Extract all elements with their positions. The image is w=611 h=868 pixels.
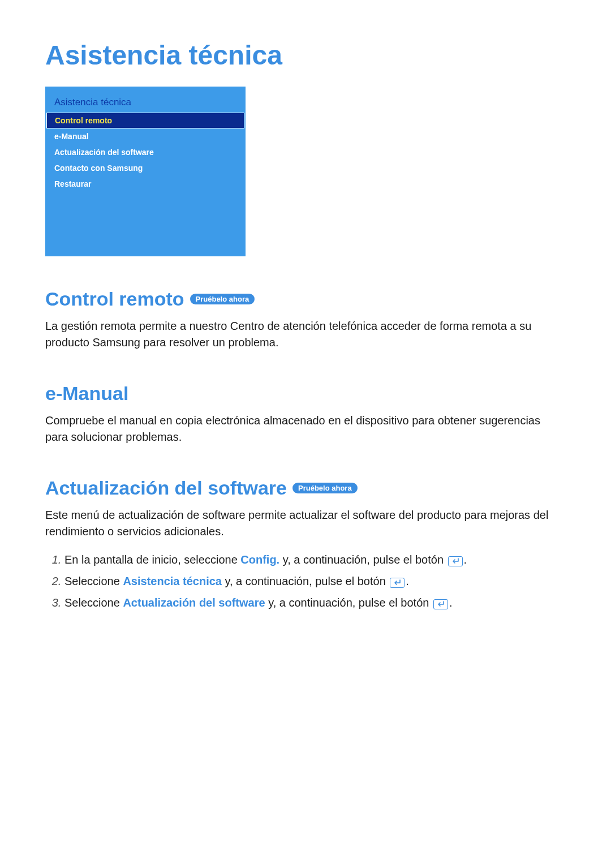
heading-actualizacion-software: Actualización del software Pruébelo ahor…: [45, 477, 358, 499]
menu-item-actualizacion-software[interactable]: Actualización del software: [45, 144, 246, 160]
step-text: y, a continuación, pulse el botón: [222, 575, 389, 587]
keyword-actualizacion-software: Actualización del software: [123, 596, 265, 609]
step-text: Seleccione: [64, 596, 123, 609]
keyword-config: Config.: [240, 553, 279, 566]
menu-item-restaurar[interactable]: Restaurar: [45, 176, 246, 192]
menu-item-e-manual[interactable]: e-Manual: [45, 128, 246, 144]
heading-text: Actualización del software: [45, 477, 287, 499]
step-text: y, a continuación, pulse el botón: [279, 553, 446, 566]
support-menu-panel: Asistencia técnica Control remoto e-Manu…: [45, 87, 246, 256]
section-control-remoto: Control remoto Pruébelo ahora La gestión…: [45, 288, 566, 351]
step-text: Seleccione: [64, 575, 123, 587]
step-2: Seleccione Asistencia técnica y, a conti…: [64, 570, 566, 592]
body-actualizacion-software: Este menú de actualización de software p…: [45, 507, 566, 540]
enter-icon: [448, 556, 463, 566]
heading-control-remoto: Control remoto Pruébelo ahora: [45, 288, 255, 310]
page-title: Asistencia técnica: [45, 40, 566, 71]
heading-e-manual: e-Manual: [45, 383, 128, 405]
step-text: En la pantalla de inicio, seleccione: [64, 553, 240, 566]
enter-icon: [390, 578, 405, 588]
enter-icon: [433, 599, 448, 609]
try-now-badge[interactable]: Pruébelo ahora: [190, 294, 255, 304]
heading-text: Control remoto: [45, 288, 184, 310]
step-1: En la pantalla de inicio, seleccione Con…: [64, 549, 566, 570]
menu-items: Control remoto e-Manual Actualización de…: [45, 113, 246, 192]
try-now-badge[interactable]: Pruébelo ahora: [292, 483, 358, 493]
keyword-asistencia-tecnica: Asistencia técnica: [123, 575, 222, 587]
menu-header: Asistencia técnica: [45, 97, 246, 113]
menu-item-control-remoto[interactable]: Control remoto: [46, 113, 244, 128]
steps-list: En la pantalla de inicio, seleccione Con…: [45, 549, 566, 613]
body-e-manual: Compruebe el manual en copia electrónica…: [45, 412, 566, 445]
step-text: .: [406, 575, 409, 587]
body-control-remoto: La gestión remota permite a nuestro Cent…: [45, 318, 566, 351]
step-3: Seleccione Actualización del software y,…: [64, 592, 566, 613]
menu-item-contacto-samsung[interactable]: Contacto con Samsung: [45, 160, 246, 176]
section-actualizacion-software: Actualización del software Pruébelo ahor…: [45, 477, 566, 613]
section-e-manual: e-Manual Compruebe el manual en copia el…: [45, 383, 566, 445]
heading-text: e-Manual: [45, 383, 128, 405]
step-text: .: [464, 553, 467, 566]
step-text: .: [449, 596, 453, 609]
step-text: y, a continuación, pulse el botón: [265, 596, 432, 609]
